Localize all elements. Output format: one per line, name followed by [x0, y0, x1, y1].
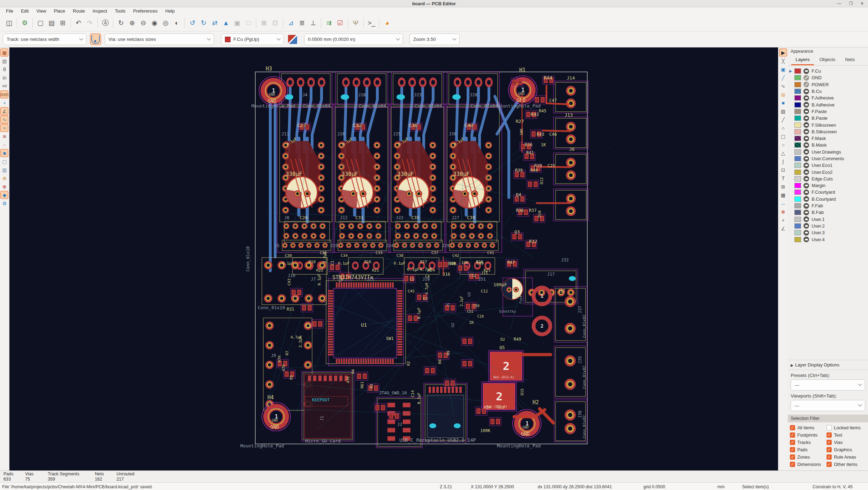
layer-row-f.cu[interactable]: ▶F.Cu [788, 68, 868, 74]
layer-row-user.4[interactable]: ▶User.4 [788, 236, 868, 243]
ratsnest-curved-button[interactable]: ≈ [0, 124, 8, 132]
menu-route[interactable]: Route [70, 8, 88, 14]
layer-row-user.eco1[interactable]: ▶User.Eco1 [788, 162, 868, 169]
units-mils-button[interactable]: mil [0, 82, 8, 90]
eye-icon[interactable] [803, 176, 809, 181]
zoom-in-button[interactable]: ⊕ [127, 18, 137, 28]
checkbox-checked-icon[interactable] [827, 454, 832, 460]
zoom-select[interactable]: Zoom 3.50 [409, 34, 460, 45]
save-button[interactable]: ◫ [4, 18, 14, 28]
eye-icon[interactable] [803, 210, 809, 215]
select-tool-button[interactable]: ▶ [779, 49, 787, 57]
lock-button[interactable]: ⊠ [259, 18, 269, 28]
draw-arc-button[interactable]: ∩ [779, 124, 787, 132]
layer-color-swatch[interactable] [794, 190, 801, 195]
layer-color-swatch[interactable] [794, 183, 801, 188]
sketch-pads-button[interactable]: ⊘ [0, 174, 8, 182]
grid-select[interactable]: 0.0500 mm (0.0020 in) [304, 34, 403, 45]
menu-preferences[interactable]: Preferences [130, 8, 161, 14]
eye-icon[interactable] [803, 89, 809, 94]
checkbox-checked-icon[interactable] [790, 425, 795, 430]
rule-area-button[interactable]: ▨ [779, 107, 787, 115]
zoom-fit-button[interactable]: ◉ [149, 18, 160, 28]
eye-icon[interactable] [803, 116, 809, 121]
layer-color-swatch[interactable] [794, 75, 801, 80]
layer-color-swatch[interactable] [794, 203, 801, 208]
layer-row-b.paste[interactable]: ▶B.Paste [788, 115, 868, 121]
unlock-button[interactable]: ⊡ [270, 18, 280, 28]
highlight-local-ratsnest-button[interactable]: ╳ [779, 57, 787, 65]
print-button[interactable]: ▤ [46, 18, 57, 28]
draw-zone-button[interactable]: ■ [779, 99, 787, 107]
layer-row-power[interactable]: ▶POWER [788, 81, 868, 88]
layer-color-swatch[interactable] [794, 163, 801, 168]
group-button[interactable]: ▣ [232, 18, 242, 28]
menu-place[interactable]: Place [51, 8, 68, 14]
filter-other-items[interactable]: Other items [827, 462, 865, 467]
eye-icon[interactable] [803, 190, 809, 195]
via-size-select[interactable]: Via: use netclass sizes [105, 34, 214, 45]
eye-icon[interactable] [803, 216, 809, 222]
layer-select[interactable]: F.Cu (PgUp) [221, 34, 284, 45]
filter-text[interactable]: Text [827, 432, 865, 438]
draw-circle-button[interactable]: ○ [779, 141, 787, 149]
zoom-out-button[interactable]: ⊖ [138, 18, 149, 28]
layer-color-swatch[interactable] [794, 136, 801, 141]
ungroup-button[interactable]: □ [243, 18, 254, 28]
filter-pads[interactable]: Pads [790, 447, 827, 452]
eye-icon[interactable] [803, 122, 809, 128]
properties-panel-button[interactable]: ⚙ [0, 199, 8, 207]
sketch-tracks-button[interactable]: ≋ [0, 132, 8, 140]
draw-line-button[interactable]: ╱ [779, 116, 787, 124]
layer-color-swatch[interactable] [794, 82, 801, 87]
layer-row-b.cu[interactable]: ▶B.Cu [788, 88, 868, 95]
checkbox-unchecked-icon[interactable] [827, 425, 832, 430]
draw-table-button[interactable]: ▦ [779, 191, 787, 199]
tab-objects[interactable]: Objects [815, 55, 840, 65]
eye-icon[interactable] [803, 203, 809, 209]
redo-button[interactable]: ↷ [84, 18, 95, 28]
render-blender-button[interactable]: ◕ [382, 18, 392, 28]
menu-inspect[interactable]: Inspect [90, 8, 111, 14]
eye-icon[interactable] [803, 129, 809, 134]
minimize-button[interactable]: — [837, 1, 841, 6]
filter-zones[interactable]: Zones [790, 454, 827, 460]
eye-icon[interactable] [803, 68, 809, 74]
filter-locked-items[interactable]: Locked items [827, 425, 865, 430]
rotate-ccw-button[interactable]: ↺ [187, 18, 198, 28]
eye-slash-icon[interactable] [803, 75, 809, 81]
presets-select[interactable]: --- [791, 379, 865, 391]
grid-dots-off-button[interactable]: ▨ [0, 57, 8, 65]
layer-row-user.eco2[interactable]: ▶User.Eco2 [788, 169, 868, 175]
layer-color-swatch[interactable] [794, 237, 801, 242]
checkbox-checked-icon[interactable] [827, 462, 832, 467]
checkbox-checked-icon[interactable] [790, 447, 795, 452]
zoom-selection-button[interactable]: ◐ [172, 18, 182, 28]
eye-slash-icon[interactable] [803, 82, 809, 87]
footprint-anchor-button[interactable]: ⊥ [308, 18, 318, 28]
eye-icon[interactable] [803, 237, 809, 242]
eye-icon[interactable] [803, 136, 809, 141]
checkbox-checked-icon[interactable] [827, 440, 832, 445]
sketch-vias-button[interactable]: ⊕ [0, 183, 8, 191]
auto-track-width-toggle[interactable] [90, 34, 101, 45]
eye-icon[interactable] [803, 95, 809, 101]
layer-color-swatch[interactable] [794, 156, 801, 161]
layer-color-swatch[interactable] [794, 129, 801, 134]
layer-row-f.courtyard[interactable]: ▶F.Courtyard [788, 189, 868, 195]
layer-row-f.adhesive[interactable]: ▶F.Adhesive [788, 95, 868, 101]
zone-fill-display-button[interactable]: ■ [0, 149, 8, 157]
layer-row-b.courtyard[interactable]: ▶B.Courtyard [788, 196, 868, 202]
pcb-canvas[interactable]: ++++2Net-(D13-A)2Net-(D15-A)121GNDGNDH31… [9, 47, 778, 470]
layer-color-swatch[interactable] [794, 170, 801, 175]
eye-icon[interactable] [803, 169, 809, 175]
layer-row-user.drawings[interactable]: ▶User.Drawings [788, 149, 868, 155]
layer-row-b.mask[interactable]: ▶B.Mask [788, 142, 868, 148]
layer-color-swatch[interactable] [794, 122, 801, 128]
eye-icon[interactable] [803, 163, 809, 168]
layer-row-b.adhesive[interactable]: ▶B.Adhesive [788, 101, 868, 108]
draw-dimension-button[interactable]: ↔ [779, 199, 787, 207]
draw-bezier-button[interactable]: ∫ [779, 157, 787, 165]
sketch-arcs-button[interactable]: ∩ [0, 141, 8, 149]
layer-row-edge.cuts[interactable]: ▶Edge.Cuts [788, 176, 868, 182]
